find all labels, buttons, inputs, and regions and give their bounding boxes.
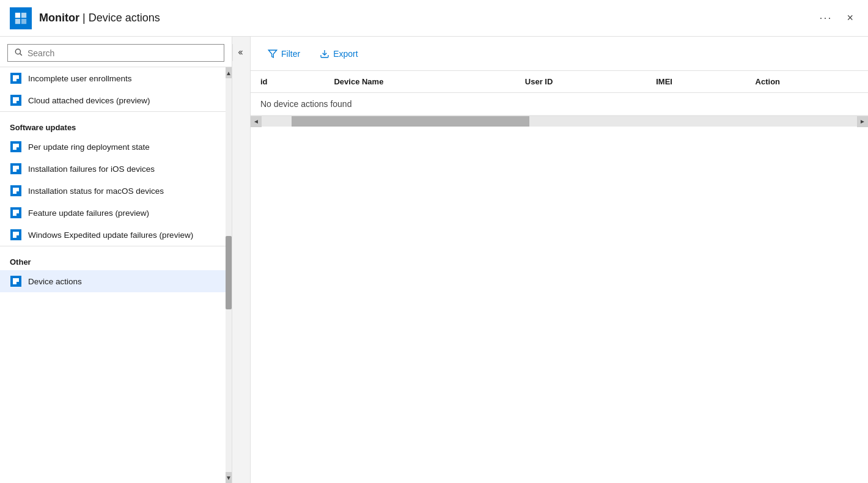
table-empty-row: No device actions found [251, 93, 868, 116]
title-bar: Monitor | Device actions ··· × [0, 0, 868, 37]
nav-icon [10, 207, 22, 219]
content-table-area: id Device Name User ID IMEI Action No de… [251, 71, 868, 483]
sidebar-item-installation-status-macos[interactable]: Installation status for macOS devices [0, 180, 226, 202]
filter-icon [268, 49, 278, 59]
sidebar-item-label: Device actions [28, 277, 82, 286]
sidebar-scrollbar: ▲ ▼ [226, 67, 232, 483]
col-id: id [251, 71, 324, 93]
svg-rect-1 [21, 12, 26, 17]
sidebar-item-label: Installation failures for iOS devices [28, 164, 155, 174]
export-button[interactable]: Export [312, 45, 365, 62]
nav-icon [10, 229, 22, 241]
content-toolbar: Filter Export [251, 37, 868, 71]
other-header: Other [0, 249, 226, 270]
h-scroll-track [262, 116, 857, 127]
sidebar-item-installation-failures-ios[interactable]: Installation failures for iOS devices [0, 158, 226, 180]
scroll-thumb[interactable] [226, 236, 232, 309]
export-label: Export [333, 49, 358, 59]
col-action: Action [746, 71, 868, 93]
svg-rect-0 [15, 12, 20, 17]
sidebar-collapse-button[interactable] [232, 44, 250, 61]
sidebar-item-label: Installation status for macOS devices [28, 186, 164, 196]
sidebar-item-label: Per update ring deployment state [28, 142, 150, 152]
sidebar-content: Incomplete user enrollments Cloud attach… [0, 67, 226, 483]
filter-label: Filter [281, 49, 300, 59]
sidebar-item-label: Incomplete user enrollments [28, 74, 132, 83]
nav-icon [10, 185, 22, 197]
page-title: Monitor | Device actions [39, 12, 819, 24]
sidebar-divider-other [0, 246, 226, 246]
software-updates-header: Software updates [0, 114, 226, 136]
sidebar-item-label: Windows Expedited update failures (previ… [28, 230, 193, 240]
h-scroll-thumb[interactable] [292, 116, 530, 127]
svg-point-4 [15, 49, 20, 54]
h-scroll-right-button[interactable]: ► [857, 116, 868, 127]
search-input[interactable] [28, 48, 218, 58]
sidebar-item-label: Cloud attached devices (preview) [28, 96, 150, 105]
sidebar-divider [0, 111, 226, 112]
col-imei: IMEI [646, 71, 745, 93]
sidebar: Incomplete user enrollments Cloud attach… [0, 37, 232, 483]
filter-button[interactable]: Filter [260, 45, 307, 62]
sidebar-item-windows-expedited[interactable]: Windows Expedited update failures (previ… [0, 224, 226, 246]
nav-icon [10, 275, 22, 287]
sidebar-item-per-update-ring[interactable]: Per update ring deployment state [0, 136, 226, 158]
col-device-name: Device Name [324, 71, 515, 93]
sidebar-item-incomplete-enrollments[interactable]: Incomplete user enrollments [0, 67, 226, 89]
sidebar-item-cloud-attached[interactable]: Cloud attached devices (preview) [0, 89, 226, 111]
sidebar-scroll-container: Incomplete user enrollments Cloud attach… [0, 67, 232, 483]
sidebar-item-feature-update-failures[interactable]: Feature update failures (preview) [0, 202, 226, 224]
sidebar-search-area [0, 37, 232, 67]
search-icon [14, 48, 23, 58]
nav-icon [10, 72, 22, 84]
export-icon [320, 49, 329, 59]
svg-rect-3 [21, 18, 26, 23]
close-button[interactable]: × [842, 9, 858, 27]
app-logo [10, 7, 32, 29]
svg-line-5 [20, 54, 22, 56]
search-box[interactable] [7, 44, 224, 62]
content-area: Filter Export id Device Name User ID [251, 37, 868, 483]
nav-icon [10, 94, 22, 106]
more-options-button[interactable]: ··· [819, 12, 832, 24]
device-actions-table: id Device Name User ID IMEI Action No de… [251, 71, 868, 116]
svg-marker-6 [268, 50, 276, 57]
svg-rect-2 [15, 18, 20, 23]
nav-icon [10, 163, 22, 175]
sidebar-item-device-actions[interactable]: Device actions [0, 270, 226, 292]
sidebar-item-label: Feature update failures (preview) [28, 208, 149, 218]
nav-icon [10, 141, 22, 153]
empty-message: No device actions found [251, 93, 868, 116]
scroll-down-button[interactable]: ▼ [226, 472, 232, 483]
col-user-id: User ID [515, 71, 646, 93]
h-scroll-left-button[interactable]: ◄ [251, 116, 262, 127]
scroll-track [226, 78, 232, 472]
scroll-up-button[interactable]: ▲ [226, 67, 232, 78]
main-layout: Incomplete user enrollments Cloud attach… [0, 37, 868, 483]
horizontal-scrollbar: ◄ ► [251, 116, 868, 127]
table-header-row: id Device Name User ID IMEI Action [251, 71, 868, 93]
